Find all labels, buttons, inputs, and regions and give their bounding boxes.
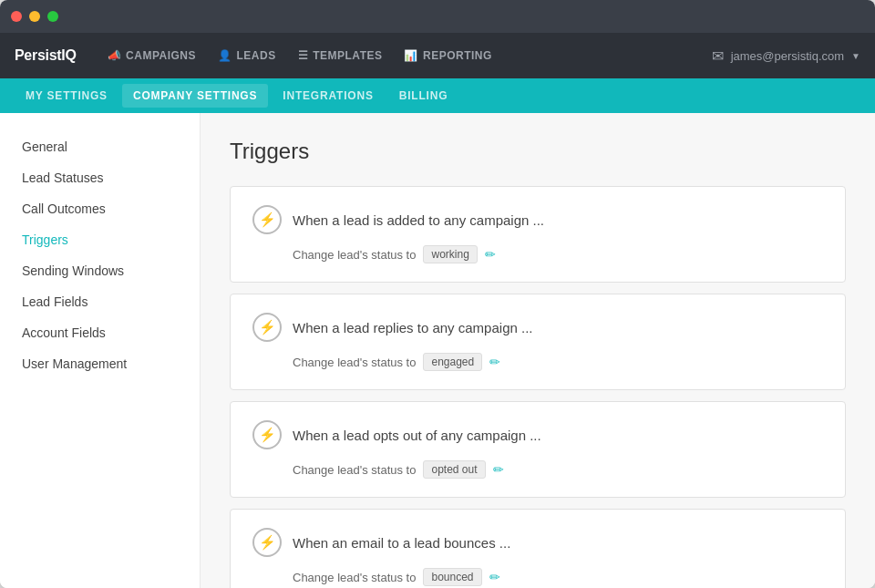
trigger-card-2: ⚡ When a lead opts out of any campaign .…	[230, 401, 846, 498]
navbar: PersistIQ 📣 CAMPAIGNS 👤 LEADS ☰ TEMPLATE…	[0, 33, 875, 78]
page-title: Triggers	[230, 139, 846, 164]
trigger-body-2: Change lead's status to opted out ✏	[252, 460, 823, 479]
trigger-condition-0: When a lead is added to any campaign ...	[293, 212, 544, 228]
maximize-dot[interactable]	[47, 11, 58, 22]
nav-templates[interactable]: ☰ TEMPLATES	[289, 44, 392, 67]
sidebar-item-user-management[interactable]: User Management	[0, 348, 200, 379]
nav-leads[interactable]: 👤 LEADS	[209, 44, 285, 67]
subnav-billing[interactable]: BILLING	[388, 84, 459, 108]
subnav-integrations[interactable]: INTEGRATIONS	[272, 84, 384, 108]
email-icon: ✉	[712, 47, 724, 65]
nav-campaigns[interactable]: 📣 CAMPAIGNS	[98, 44, 205, 67]
bolt-icon-1: ⚡	[252, 313, 282, 342]
trigger-card-3: ⚡ When an email to a lead bounces ... Ch…	[230, 509, 846, 588]
trigger-condition-1: When a lead replies to any campaign ...	[293, 320, 532, 335]
edit-icon-0[interactable]: ✏	[485, 247, 496, 262]
bar-chart-icon: 📊	[404, 49, 418, 62]
main-layout: General Lead Statuses Call Outcomes Trig…	[0, 113, 875, 588]
trigger-body-1: Change lead's status to engaged ✏	[252, 353, 823, 371]
bolt-icon-3: ⚡	[252, 528, 282, 557]
trigger-action-prefix-3: Change lead's status to	[293, 571, 416, 584]
edit-icon-3[interactable]: ✏	[489, 570, 500, 584]
sidebar-item-triggers[interactable]: Triggers	[0, 224, 200, 255]
subnav-company-settings[interactable]: COMPANY SETTINGS	[122, 84, 268, 108]
nav-links: 📣 CAMPAIGNS 👤 LEADS ☰ TEMPLATES 📊 REPORT…	[98, 44, 712, 67]
nav-reporting[interactable]: 📊 REPORTING	[395, 44, 500, 67]
trigger-status-1: engaged	[423, 353, 482, 371]
person-icon: 👤	[218, 49, 232, 62]
minimize-dot[interactable]	[29, 11, 40, 22]
sidebar-item-lead-fields[interactable]: Lead Fields	[0, 286, 200, 317]
app-window: PersistIQ 📣 CAMPAIGNS 👤 LEADS ☰ TEMPLATE…	[0, 0, 875, 588]
bolt-icon-2: ⚡	[252, 420, 282, 449]
trigger-condition-2: When a lead opts out of any campaign ...	[293, 428, 541, 443]
trigger-body-3: Change lead's status to bounced ✏	[252, 568, 823, 586]
subnav: MY SETTINGS COMPANY SETTINGS INTEGRATION…	[0, 78, 875, 113]
trigger-card-0: ⚡ When a lead is added to any campaign .…	[230, 186, 846, 283]
sidebar-item-lead-statuses[interactable]: Lead Statuses	[0, 162, 200, 193]
sidebar-item-call-outcomes[interactable]: Call Outcomes	[0, 193, 200, 224]
nav-right: ✉ james@persistiq.com ▼	[712, 47, 860, 65]
subnav-my-settings[interactable]: MY SETTINGS	[15, 84, 118, 108]
trigger-action-prefix-0: Change lead's status to	[293, 248, 416, 262]
edit-icon-2[interactable]: ✏	[493, 462, 504, 477]
megaphone-icon: 📣	[108, 49, 122, 62]
brand-logo: PersistIQ	[15, 47, 77, 64]
titlebar	[0, 0, 875, 33]
trigger-header-0: ⚡ When a lead is added to any campaign .…	[252, 205, 823, 234]
trigger-card-1: ⚡ When a lead replies to any campaign ..…	[230, 294, 846, 390]
trigger-condition-3: When an email to a lead bounces ...	[293, 535, 510, 551]
content-area: Triggers ⚡ When a lead is added to any c…	[201, 113, 875, 588]
user-email: james@persistiq.com	[731, 49, 844, 63]
trigger-action-prefix-2: Change lead's status to	[293, 463, 416, 477]
trigger-status-3: bounced	[423, 568, 481, 586]
trigger-header-2: ⚡ When a lead opts out of any campaign .…	[252, 420, 823, 449]
list-icon: ☰	[298, 49, 309, 62]
sidebar-item-sending-windows[interactable]: Sending Windows	[0, 255, 200, 286]
trigger-action-prefix-1: Change lead's status to	[293, 356, 416, 369]
bolt-icon-0: ⚡	[252, 205, 282, 234]
close-dot[interactable]	[11, 11, 22, 22]
trigger-body-0: Change lead's status to working ✏	[252, 245, 823, 263]
edit-icon-1[interactable]: ✏	[489, 355, 500, 369]
trigger-header-1: ⚡ When a lead replies to any campaign ..…	[252, 313, 823, 342]
sidebar-item-general[interactable]: General	[0, 131, 200, 162]
trigger-status-0: working	[423, 245, 477, 263]
trigger-status-2: opted out	[423, 460, 485, 479]
sidebar-item-account-fields[interactable]: Account Fields	[0, 317, 200, 348]
trigger-header-3: ⚡ When an email to a lead bounces ...	[252, 528, 823, 557]
sidebar: General Lead Statuses Call Outcomes Trig…	[0, 113, 201, 588]
chevron-down-icon: ▼	[851, 51, 860, 61]
